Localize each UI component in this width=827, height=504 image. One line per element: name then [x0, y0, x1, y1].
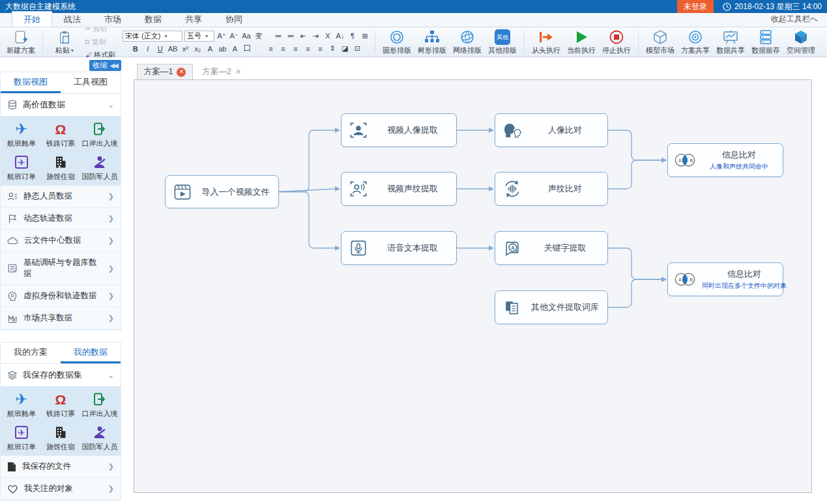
- paragraph-align-button-5[interactable]: ⇕: [327, 44, 338, 54]
- sidebar-tab-数据视图[interactable]: 数据视图: [1, 72, 61, 93]
- paragraph-align-button-2[interactable]: ≡: [290, 44, 300, 54]
- flow-node-voice-extract[interactable]: 视频声纹提取: [341, 172, 457, 206]
- paragraph-align-button-7[interactable]: ⊡: [352, 44, 362, 54]
- font-style-button-0[interactable]: A⁺: [216, 31, 227, 41]
- model-market-button[interactable]: 模型市场: [643, 28, 677, 57]
- data-share-button[interactable]: 数据共享: [714, 28, 747, 57]
- font-format-button-9[interactable]: 囗: [242, 44, 252, 54]
- plan-canvas[interactable]: 导入一个视频文件视频人像提取视频声纹提取语音文本提取人像比对声纹比对A关键字提取…: [134, 79, 812, 493]
- close-tab-icon[interactable]: ✕: [235, 68, 241, 76]
- ribbon-tab-共享[interactable]: 共享: [173, 11, 214, 27]
- paste-icon: [57, 29, 72, 46]
- flow-node-import[interactable]: 导入一个视频文件: [165, 175, 279, 208]
- font-format-button-8[interactable]: A: [229, 44, 240, 54]
- copy-button[interactable]: ⧉复制: [83, 36, 117, 48]
- paragraph-button-7[interactable]: ⊞: [360, 31, 370, 41]
- dataset-航班订单[interactable]: ✈航班订单: [2, 424, 41, 452]
- flow-node-keyword-extract[interactable]: A关键字提取: [495, 231, 608, 265]
- paste-button[interactable]: 粘贴▾: [48, 28, 81, 57]
- run-start-button[interactable]: 从头执行: [529, 28, 563, 57]
- login-status-badge[interactable]: 未登录: [677, 0, 714, 13]
- paragraph-button-3[interactable]: ⇥: [310, 31, 321, 41]
- plan-tab-1[interactable]: 方案—1✕: [137, 64, 193, 79]
- sidebar-item-虚拟身份和轨迹数据[interactable]: 虚拟身份和轨迹数据❯: [1, 285, 121, 307]
- font-style-button-1[interactable]: A⁻: [229, 31, 239, 41]
- sidebar-item-动态轨迹数据[interactable]: 动态轨迹数据❯: [1, 208, 121, 230]
- font-style-button-3[interactable]: 变: [254, 31, 264, 41]
- paragraph-align-button-1[interactable]: ≡: [278, 44, 288, 54]
- flow-node-speech-text[interactable]: 语音文本提取: [341, 231, 457, 265]
- sidebar-item-基础调研与专题库数据[interactable]: 基础调研与专题库数据❯: [1, 252, 121, 285]
- font-format-button-1[interactable]: I: [143, 44, 153, 54]
- paragraph-button-6[interactable]: ¶: [347, 31, 358, 41]
- dataset-国防军人员[interactable]: 国防军人员: [80, 154, 119, 182]
- sidebar-item-静态人员数据[interactable]: 静态人员数据❯: [1, 186, 121, 208]
- dataset-铁路订票[interactable]: Ω铁路订票: [41, 391, 80, 419]
- space-manage-button[interactable]: 空间管理: [784, 28, 818, 57]
- sidebar-item-市场共享数据[interactable]: 市场共享数据❯: [1, 307, 121, 329]
- dataset-航班订单[interactable]: ✈航班订单: [2, 154, 41, 182]
- flow-node-voice-compare[interactable]: 声纹比对: [495, 172, 608, 206]
- paragraph-align-button-6[interactable]: ◪: [340, 44, 350, 54]
- dataset-旅馆住宿[interactable]: 旅馆住宿: [41, 154, 80, 182]
- sidebar-item-我关注的对象[interactable]: 我关注的对象❯: [1, 478, 121, 500]
- paragraph-button-1[interactable]: ≕: [285, 31, 296, 41]
- paragraph-align-button-3[interactable]: ≡: [302, 44, 313, 54]
- tree-layout-button[interactable]: 树形排版: [415, 28, 449, 57]
- hotel-icon: [53, 154, 68, 171]
- sidebar-tab-工具视图[interactable]: 工具视图: [61, 72, 121, 93]
- font-format-button-2[interactable]: U: [155, 44, 166, 54]
- plan-share-button[interactable]: 方案共享: [678, 28, 712, 57]
- font-format-button-0[interactable]: B: [130, 44, 141, 54]
- stop-button[interactable]: 停止执行: [600, 28, 633, 57]
- font-format-button-4[interactable]: x²: [180, 44, 190, 54]
- ribbon-tab-战法[interactable]: 战法: [52, 11, 93, 27]
- font-format-button-3[interactable]: AB: [167, 44, 179, 54]
- font-size-select[interactable]: 五号▾: [184, 31, 214, 42]
- close-tab-icon[interactable]: ✕: [177, 68, 186, 77]
- paragraph-button-0[interactable]: ≔: [273, 31, 283, 41]
- ribbon-tab-开始[interactable]: 开始: [12, 11, 52, 27]
- network-layout-button[interactable]: 网络排版: [450, 28, 484, 57]
- dataset-铁路订票[interactable]: Ω铁路订票: [41, 120, 80, 148]
- circle-layout-icon: [388, 29, 405, 46]
- dataset-航班舱单[interactable]: ✈航班舱单: [2, 391, 41, 419]
- dataset-国防军人员[interactable]: 国防军人员: [80, 424, 119, 452]
- other-layout-button[interactable]: 其他其他排版: [486, 28, 519, 57]
- font-format-button-5[interactable]: x₂: [192, 44, 203, 54]
- font-format-button-7[interactable]: ab: [217, 44, 227, 54]
- collapse-toolbar-button[interactable]: 收起工具栏へ: [771, 14, 818, 25]
- font-family-select[interactable]: 宋体 (正文)▾: [123, 31, 182, 42]
- sidebar-tab-我的数据[interactable]: 我的数据: [61, 343, 121, 363]
- section-high-value-data[interactable]: 高价值数据 ⌄: [1, 94, 121, 117]
- paragraph-button-5[interactable]: A↓: [335, 31, 345, 41]
- dataset-航班舱单[interactable]: ✈航班舱单: [2, 120, 41, 148]
- flow-node-info-compare-1[interactable]: AB信息比对人像和声纹共同命中: [667, 143, 783, 177]
- circle-layout-button[interactable]: 圆形排版: [380, 28, 414, 57]
- ribbon-tab-市场[interactable]: 市场: [93, 11, 133, 27]
- sidebar-item-云文件中心数据[interactable]: 云文件中心数据❯: [1, 230, 121, 252]
- sidebar-item-我保存的文件[interactable]: 我保存的文件❯: [1, 456, 121, 478]
- paragraph-align-button-0[interactable]: ≡: [265, 44, 276, 54]
- sidebar-tab-我的方案[interactable]: 我的方案: [1, 343, 61, 363]
- paragraph-align-button-4[interactable]: ≡: [315, 44, 325, 54]
- dataset-口岸出入境[interactable]: 口岸出入境: [80, 120, 119, 148]
- flow-node-face-extract[interactable]: 视频人像提取: [341, 113, 457, 147]
- data-retention-button[interactable]: 数据留存: [749, 28, 783, 57]
- new-plan-button[interactable]: 新建方案: [4, 28, 38, 57]
- flow-node-other-files[interactable]: 其他文件提取词库: [495, 290, 608, 324]
- ribbon-tab-数据[interactable]: 数据: [133, 11, 173, 27]
- flow-node-face-compare[interactable]: 人像比对: [495, 113, 608, 147]
- dataset-口岸出入境[interactable]: 口岸出入境: [80, 391, 119, 419]
- paragraph-button-2[interactable]: ⇤: [298, 31, 308, 41]
- paragraph-button-4[interactable]: X: [323, 31, 333, 41]
- plan-tab-2[interactable]: 方案—2✕: [196, 64, 248, 79]
- run-current-button[interactable]: 当前执行: [564, 28, 598, 57]
- sidebar-collapse-button[interactable]: 收缩 ◀◀: [89, 60, 121, 71]
- ribbon-tab-协同[interactable]: 协同: [214, 11, 254, 27]
- font-style-button-2[interactable]: Aa: [241, 31, 252, 41]
- font-format-button-6[interactable]: A: [205, 44, 215, 54]
- flow-node-info-compare-2[interactable]: AB信息比对同时出现在多个文件中的对象: [667, 262, 783, 296]
- dataset-旅馆住宿[interactable]: 旅馆住宿: [41, 424, 80, 452]
- section-saved-datasets[interactable]: 我保存的数据集 ⌄: [1, 364, 121, 387]
